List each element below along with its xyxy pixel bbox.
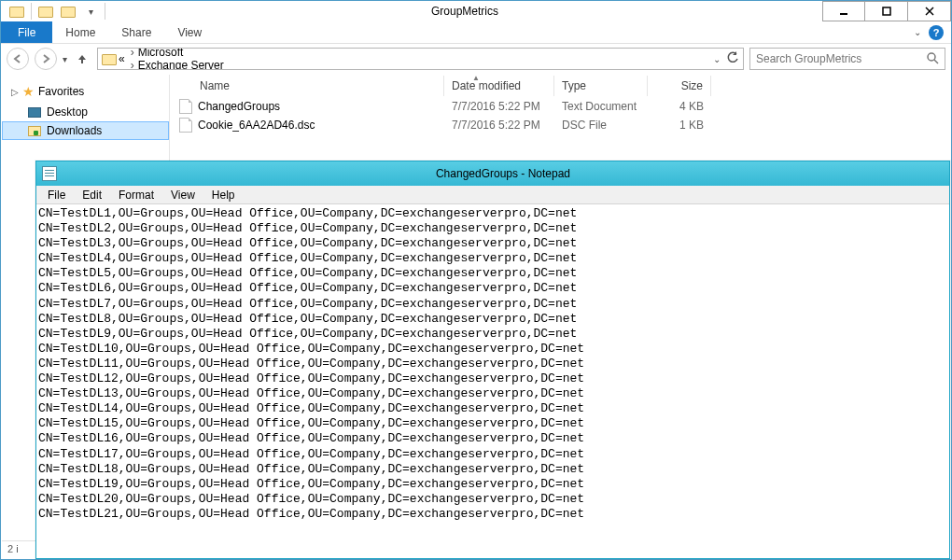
sort-indicator-icon: ▲ bbox=[472, 75, 480, 82]
notepad-title: ChangedGroups - Notepad bbox=[63, 167, 944, 180]
back-button[interactable] bbox=[7, 48, 29, 70]
svg-line-5 bbox=[934, 60, 938, 63]
tab-share[interactable]: Share bbox=[108, 21, 164, 43]
up-button[interactable] bbox=[73, 48, 91, 70]
notepad-text-area[interactable]: CN=TestDL1,OU=Groups,OU=Head Office,OU=C… bbox=[36, 204, 949, 558]
nav-item-downloads[interactable]: Downloads bbox=[2, 121, 169, 140]
nav-item-label: Desktop bbox=[47, 105, 88, 119]
maximize-button[interactable] bbox=[865, 1, 908, 21]
search-box[interactable] bbox=[749, 48, 945, 70]
qat-open-icon[interactable] bbox=[58, 2, 78, 21]
file-row[interactable]: Cookie_6AA2AD46.dsc7/7/2016 5:22 PMDSC F… bbox=[170, 116, 950, 134]
minimize-button[interactable] bbox=[822, 1, 865, 21]
column-headers: Name Date modified Type Size bbox=[170, 75, 950, 97]
desktop-icon bbox=[28, 107, 41, 118]
search-input[interactable] bbox=[756, 52, 905, 65]
address-dropdown-icon[interactable]: ⌄ bbox=[713, 54, 721, 64]
nav-item-desktop[interactable]: Desktop bbox=[2, 103, 169, 121]
navigation-bar: ▾ « ›Local Disk (C:)›Program Files›Micro… bbox=[1, 44, 951, 74]
menu-file[interactable]: File bbox=[40, 187, 73, 203]
favorites-label: Favorites bbox=[38, 85, 84, 98]
breadcrumb-segment[interactable]: ›Exchange Server bbox=[127, 59, 224, 70]
close-button[interactable] bbox=[908, 1, 951, 21]
ribbon-tabs: File Home Share View ⌄ ? bbox=[1, 21, 951, 44]
column-size[interactable]: Size bbox=[648, 76, 711, 96]
folder-icon bbox=[7, 2, 27, 21]
menu-help[interactable]: Help bbox=[204, 187, 243, 203]
file-size: 1 KB bbox=[648, 119, 711, 132]
ribbon-expand-icon[interactable]: ⌄ bbox=[914, 27, 921, 37]
notepad-window: ChangedGroups - Notepad File Edit Format… bbox=[35, 161, 950, 559]
file-name: Cookie_6AA2AD46.dsc bbox=[198, 119, 315, 132]
quick-access-toolbar: ▾ bbox=[1, 2, 107, 21]
nav-item-label: Downloads bbox=[47, 124, 102, 137]
tab-view[interactable]: View bbox=[164, 21, 215, 43]
file-row[interactable]: ChangedGroups7/7/2016 5:22 PMText Docume… bbox=[170, 97, 950, 116]
svg-rect-1 bbox=[883, 7, 890, 15]
svg-point-4 bbox=[928, 53, 935, 61]
column-name[interactable]: Name bbox=[170, 76, 444, 96]
notepad-app-icon bbox=[42, 166, 57, 181]
menu-edit[interactable]: Edit bbox=[75, 187, 109, 203]
file-date: 7/7/2016 5:22 PM bbox=[444, 119, 554, 132]
favorites-header[interactable]: ▷ ★ Favorites bbox=[2, 80, 169, 103]
menu-format[interactable]: Format bbox=[111, 187, 161, 203]
column-type[interactable]: Type bbox=[554, 76, 648, 96]
file-date: 7/7/2016 5:22 PM bbox=[444, 100, 554, 113]
tab-home[interactable]: Home bbox=[52, 21, 108, 43]
menu-view[interactable]: View bbox=[163, 187, 203, 203]
expand-icon[interactable]: ▷ bbox=[11, 87, 19, 97]
history-dropdown-icon[interactable]: ▾ bbox=[63, 54, 67, 64]
explorer-titlebar[interactable]: ▾ GroupMetrics bbox=[1, 1, 951, 21]
address-bar[interactable]: « ›Local Disk (C:)›Program Files›Microso… bbox=[97, 48, 744, 70]
forward-button[interactable] bbox=[35, 48, 57, 70]
star-icon: ★ bbox=[22, 84, 35, 99]
refresh-icon[interactable] bbox=[726, 51, 739, 67]
file-name: ChangedGroups bbox=[198, 100, 280, 113]
location-folder-icon bbox=[102, 51, 117, 66]
window-controls bbox=[822, 1, 951, 21]
column-date[interactable]: Date modified bbox=[444, 76, 554, 96]
breadcrumb-overflow[interactable]: « bbox=[119, 52, 125, 65]
file-size: 4 KB bbox=[648, 100, 711, 113]
notepad-menubar: File Edit Format View Help bbox=[36, 186, 949, 204]
help-icon[interactable]: ? bbox=[929, 25, 944, 40]
notepad-titlebar[interactable]: ChangedGroups - Notepad bbox=[36, 161, 949, 186]
file-tab[interactable]: File bbox=[1, 21, 52, 43]
file-type: DSC File bbox=[554, 119, 648, 132]
downloads-icon bbox=[28, 126, 41, 136]
window-title: GroupMetrics bbox=[107, 5, 822, 18]
file-type: Text Document bbox=[554, 100, 648, 113]
search-icon[interactable] bbox=[926, 51, 939, 67]
qat-properties-icon[interactable] bbox=[35, 2, 56, 21]
file-icon bbox=[179, 118, 192, 133]
breadcrumb-segment[interactable]: ›Microsoft bbox=[127, 48, 224, 59]
status-text: 2 i bbox=[7, 543, 19, 554]
file-icon bbox=[179, 99, 192, 114]
qat-customize-icon[interactable]: ▾ bbox=[80, 2, 101, 21]
